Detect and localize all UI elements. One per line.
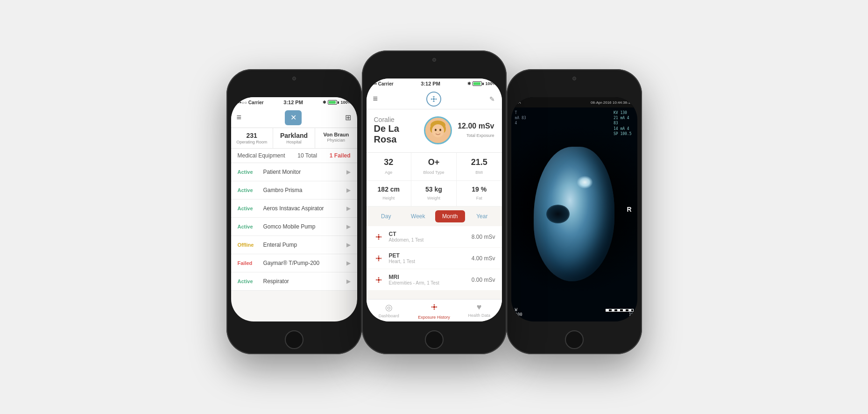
device-status-3: Active [238, 224, 259, 229]
exposure-type-ct: CT [389, 231, 467, 237]
stat-bmi: 21.5 BMI [457, 153, 502, 181]
scene: •••○○ Carrier 3:12 PM ✱ 100% [0, 0, 868, 414]
chevron-icon-4: ▶ [346, 242, 351, 248]
bluetooth-center: ✱ [467, 81, 471, 86]
chevron-icon-5: ▶ [346, 260, 351, 266]
patient-info: Coralie De La Rosa [374, 116, 419, 145]
tab-week[interactable]: Week [403, 210, 433, 222]
stat-age: 32 Age [367, 153, 412, 181]
exposure-details-pet: PET Heart, 1 Test [389, 252, 467, 264]
exposure-item-pet[interactable]: PET Heart, 1 Test 4.00 mSv [367, 248, 502, 269]
exposure-item-mri[interactable]: MRI Extremities - Arm, 1 Test 0.00 mSv [367, 269, 502, 290]
grid-icon-left[interactable]: ⊞ [345, 113, 351, 122]
exposure-sub-pet: Heart, 1 Test [389, 259, 467, 264]
status-bar-center: ••• Carrier 3:12 PM ✱ 100% [367, 79, 502, 89]
stat-value-height: 182 cm [370, 186, 408, 193]
camera-center [432, 58, 436, 62]
device-status-1: Active [238, 187, 259, 193]
stat-height: 182 cm Height [367, 181, 412, 207]
nav-center-button[interactable]: ✕ [285, 110, 302, 125]
ct-w: W [515, 307, 522, 312]
device-item-3[interactable]: Active Gomco Mobile Pump ▶ [231, 218, 357, 236]
battery-icons-left: ✱ 100% [323, 100, 351, 105]
stat-value-weight: 53 kg [415, 186, 452, 193]
home-button-left[interactable] [285, 330, 303, 349]
device-list: Active Patient Monitor ▶ Active Gambro P… [231, 163, 357, 321]
ct-ma3: 14 mA 4 [614, 126, 632, 131]
exposure-details-mri: MRI Extremities - Arm, 1 Test [389, 274, 467, 286]
nav-dashboard-label: Dashboard [379, 314, 399, 318]
stat-value-bmi: 21.5 [460, 157, 498, 167]
menu-icon-left[interactable]: ≡ [237, 113, 242, 122]
device-name-1: Gambro Prisma [263, 187, 342, 193]
tab-label-0: Operating Room [236, 140, 267, 144]
bottom-nav: ◎ Dashboard [367, 299, 502, 321]
svg-point-10 [377, 278, 380, 281]
device-item-0[interactable]: Active Patient Monitor ▶ [231, 163, 357, 181]
device-name-2: Aeros Instavac Aspirator [263, 205, 342, 212]
ct-kv: KV 130 [614, 110, 632, 115]
stat-fat: 19 % Fat [457, 181, 502, 207]
patient-last-name: De La Rosa [374, 123, 419, 145]
ct-stats-left: T mA 83 4 [515, 110, 526, 126]
tab-label-1: Hospital [286, 140, 302, 144]
nav-exposure-history[interactable]: Exposure History [411, 302, 457, 320]
chevron-icon-6: ▶ [346, 278, 351, 285]
location-tab-1[interactable]: Parkland Hospital [273, 128, 315, 148]
device-item-1[interactable]: Active Gambro Prisma ▶ [231, 181, 357, 200]
health-data-icon: ♥ [477, 302, 482, 312]
exposure-dose-mri: 0.00 mSv [472, 277, 495, 283]
svg-point-6 [435, 129, 437, 131]
ct-left-ma: mA 83 [515, 115, 526, 121]
ct-w-value: W 200 [515, 307, 522, 317]
camera-left [292, 77, 296, 80]
ct-scale-bar [606, 309, 634, 312]
stat-value-blood: O+ [415, 157, 452, 167]
tab-day[interactable]: Day [371, 210, 402, 222]
svg-point-8 [377, 236, 380, 238]
hamburger-icon[interactable]: ≡ [373, 94, 378, 104]
device-name-6: Respirator [263, 278, 342, 285]
tab-month[interactable]: Month [435, 210, 466, 222]
nav-bar-left: ≡ ✕ ⊞ [231, 107, 357, 128]
device-name-0: Patient Monitor [263, 169, 342, 175]
tab-num-2: Von Braun [317, 132, 355, 137]
location-tab-0[interactable]: 231 Operating Room [231, 128, 273, 148]
phone-right: 5A 08-Apr-2016 10:44:38-15 KV 130 21 mA … [507, 69, 642, 354]
ct-scale-label: 10 [629, 313, 634, 317]
exposure-sub-mri: Extremities - Arm, 1 Test [389, 280, 467, 286]
nav-dashboard[interactable]: ◎ Dashboard [367, 302, 412, 320]
device-item-2[interactable]: Active Aeros Instavac Aspirator ▶ [231, 200, 357, 218]
patient-avatar [424, 116, 452, 144]
patient-exposure: 12.00 mSv Total Exposure [458, 122, 494, 139]
patient-stats-row1: 32 Age O+ Blood Type 21.5 BMI [367, 153, 502, 181]
radiation-icon-ct [373, 231, 384, 243]
device-item-5[interactable]: Failed Gaymar® T/Pump-200 ▶ [231, 254, 357, 272]
time-left: 3:12 PM [283, 100, 303, 105]
status-bar-left: •••○○ Carrier 3:12 PM ✱ 100% [231, 97, 357, 107]
stat-label-age: Age [385, 170, 392, 175]
device-status-0: Active [238, 169, 259, 175]
edit-icon[interactable]: ✎ [489, 95, 495, 103]
stat-value-age: 32 [370, 157, 408, 167]
nav-exposure-label: Exposure History [418, 315, 450, 320]
home-button-center[interactable] [425, 330, 444, 349]
stat-label-bmi: BMI [475, 170, 483, 175]
home-button-right[interactable] [565, 330, 584, 349]
tab-year[interactable]: Year [467, 210, 497, 222]
ct-label-r: R [627, 206, 631, 213]
device-name-4: Enteral Pump [263, 242, 342, 248]
stat-value-fat: 19 % [460, 186, 498, 193]
exposure-details-ct: CT Abdomen, 1 Test [389, 231, 467, 243]
exposure-item-ct[interactable]: CT Abdomen, 1 Test 8.00 mSv [367, 226, 502, 247]
device-item-4[interactable]: Offline Enteral Pump ▶ [231, 236, 357, 254]
phone-center: ••• Carrier 3:12 PM ✱ 100% [362, 50, 507, 354]
status-bar-right: 5A 08-Apr-2016 10:44:38-15 [511, 97, 637, 107]
equipment-failed: 1 Failed [330, 152, 351, 159]
nav-health-data[interactable]: ♥ Health Data [457, 302, 502, 320]
ct-sp: SP 100.5 [614, 131, 632, 136]
tab-num-0: 231 [233, 132, 271, 139]
ct-left-num: 4 [515, 121, 526, 126]
location-tab-2[interactable]: Von Braun Physician [315, 128, 357, 148]
device-item-6[interactable]: Active Respirator ▶ [231, 272, 357, 291]
